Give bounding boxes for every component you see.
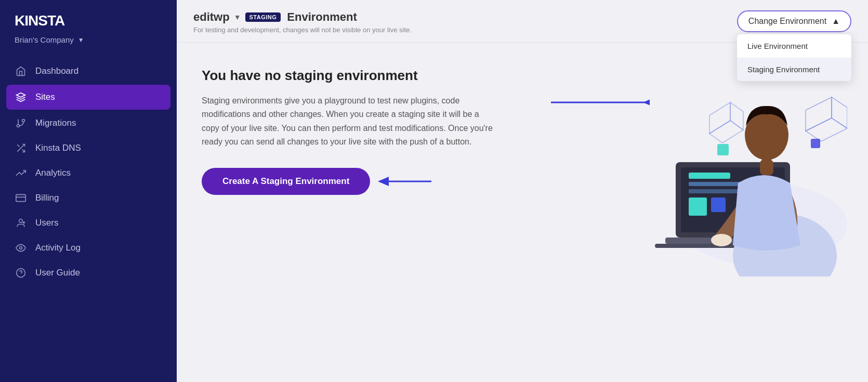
env-option-staging[interactable]: Staging Environment (737, 58, 851, 81)
sidebar-item-label: Kinsta DNS (35, 143, 81, 153)
sidebar-item-kinsta-dns[interactable]: Kinsta DNS (0, 136, 177, 161)
sidebar-item-label: Analytics (35, 168, 71, 178)
home-icon (15, 66, 27, 76)
page-content: You have no staging environment Staging … (177, 43, 868, 382)
svg-rect-32 (760, 160, 773, 175)
layers-icon (15, 92, 27, 102)
sidebar-item-label: Dashboard (35, 66, 78, 76)
main-content: editwp ▼ STAGING Environment For testing… (177, 0, 868, 382)
svg-rect-24 (711, 197, 726, 212)
trending-up-icon (15, 168, 27, 178)
change-environment-button[interactable]: Change Environment ▲ (737, 10, 851, 32)
svg-line-6 (17, 144, 19, 147)
svg-rect-34 (811, 139, 820, 148)
svg-point-9 (19, 219, 23, 223)
sidebar-item-user-guide[interactable]: User Guide (0, 260, 177, 285)
sidebar-item-label: Billing (35, 193, 59, 203)
sidebar: KINSTA Brian's Company ▼ Dashboard Sites… (0, 0, 177, 382)
svg-point-2 (22, 120, 25, 122)
staging-badge: STAGING (245, 12, 281, 22)
sidebar-item-activity-log[interactable]: Activity Log (0, 235, 177, 260)
company-selector[interactable]: Brian's Company ▼ (0, 33, 177, 55)
sidebar-logo: KINSTA (0, 0, 177, 33)
svg-rect-33 (717, 144, 729, 155)
sidebar-item-label: Users (35, 218, 58, 228)
site-name-row: editwp ▼ STAGING Environment (193, 10, 412, 24)
user-plus-icon (15, 218, 27, 228)
env-dropdown: Live Environment Staging Environment (737, 34, 851, 81)
credit-card-icon (15, 193, 27, 203)
env-option-live[interactable]: Live Environment (737, 34, 851, 58)
svg-rect-20 (689, 173, 730, 179)
env-selector: Change Environment ▲ Live Environment St… (737, 10, 851, 32)
logo-text: KINSTA (15, 12, 64, 29)
svg-point-12 (20, 247, 22, 249)
header-subtitle: For testing and development, changes wil… (193, 26, 412, 34)
shuffle-icon (15, 143, 27, 153)
svg-point-3 (17, 125, 20, 127)
sidebar-nav: Dashboard Sites Migrations Kinsta DNS (0, 55, 177, 382)
no-staging-description: Staging environments give you a playgrou… (202, 94, 493, 149)
site-chevron-icon[interactable]: ▼ (234, 13, 241, 21)
sidebar-item-migrations[interactable]: Migrations (0, 111, 177, 136)
staging-illustration (608, 58, 847, 276)
header-left: editwp ▼ STAGING Environment For testing… (193, 10, 412, 34)
content-left: You have no staging environment Staging … (202, 68, 493, 195)
company-name: Brian's Company (15, 35, 74, 44)
eye-icon (15, 243, 27, 253)
chevron-up-icon: ▲ (832, 17, 840, 26)
page-header: editwp ▼ STAGING Environment For testing… (177, 0, 868, 43)
change-env-label: Change Environment (748, 17, 826, 26)
company-chevron-icon: ▼ (78, 36, 84, 44)
svg-rect-23 (689, 197, 707, 216)
help-circle-icon (15, 268, 27, 278)
svg-marker-0 (17, 93, 25, 97)
git-branch-icon (15, 118, 27, 128)
sidebar-item-analytics[interactable]: Analytics (0, 161, 177, 186)
site-name: editwp (193, 10, 230, 24)
no-staging-title: You have no staging environment (202, 68, 493, 84)
sidebar-item-billing[interactable]: Billing (0, 186, 177, 210)
create-staging-button[interactable]: Create A Staging Environment (202, 168, 370, 195)
sidebar-item-label: User Guide (35, 268, 80, 278)
svg-point-28 (711, 234, 732, 246)
sidebar-item-label: Activity Log (35, 243, 81, 253)
sidebar-item-label: Sites (35, 92, 55, 102)
sidebar-item-label: Migrations (35, 118, 76, 128)
svg-rect-22 (689, 189, 741, 193)
env-title: Environment (287, 10, 357, 24)
create-staging-label: Create A Staging Environment (222, 176, 349, 187)
sidebar-item-users[interactable]: Users (0, 210, 177, 235)
sidebar-item-dashboard[interactable]: Dashboard (0, 59, 177, 84)
sidebar-item-sites[interactable]: Sites (6, 85, 170, 110)
svg-rect-7 (16, 194, 25, 201)
arrow-left-annotation (374, 174, 437, 189)
